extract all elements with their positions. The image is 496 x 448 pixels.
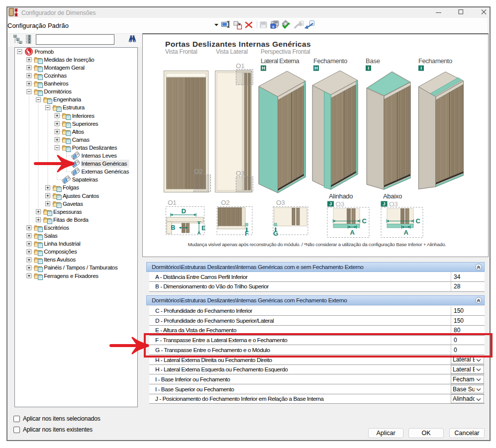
svg-text:Base: Base [366,57,380,65]
svg-text:Perspectiva Frontal: Perspectiva Frontal [261,48,310,55]
svg-text:Lateral Externa: Lateral Externa [261,57,299,65]
svg-text:C: C [416,217,421,225]
svg-text:Abaixo: Abaixo [383,192,402,200]
svg-text:O2: O2 [221,199,230,206]
svg-text:J: J [329,201,332,206]
svg-text:A: A [403,229,408,236]
svg-text:O3: O3 [389,200,398,208]
svg-text:B: B [171,224,175,231]
svg-text:D: D [181,207,186,215]
svg-text:O3: O3 [336,200,345,208]
svg-text:Alinhado: Alinhado [329,192,353,200]
svg-text:O2: O2 [194,168,203,175]
svg-text:C: C [362,217,367,225]
svg-text:Portas Deslizantes Internas Ge: Portas Deslizantes Internas Genéricas [165,40,311,48]
svg-text:O1: O1 [236,62,245,70]
svg-text:O1: O1 [168,199,177,206]
svg-text:H: H [262,65,265,71]
svg-text:J: J [383,201,385,206]
svg-text:Vista Frontal: Vista Frontal [165,48,198,55]
svg-text:Fechamento: Fechamento [418,57,452,65]
svg-text:O3: O3 [236,170,245,177]
svg-text:Vista Lateral: Vista Lateral [216,48,248,55]
svg-text:Fechamento: Fechamento [313,57,347,65]
svg-text:Mudança visível apenas após re: Mudança visível apenas após reconstrução… [188,242,446,247]
svg-text:H: H [314,65,318,71]
svg-text:a: a [272,24,275,29]
svg-text:A: A [350,229,355,236]
svg-text:I: I [420,65,422,71]
svg-text:I: I [368,65,369,71]
svg-text:E: E [201,225,205,232]
svg-text:O3: O3 [276,199,285,206]
